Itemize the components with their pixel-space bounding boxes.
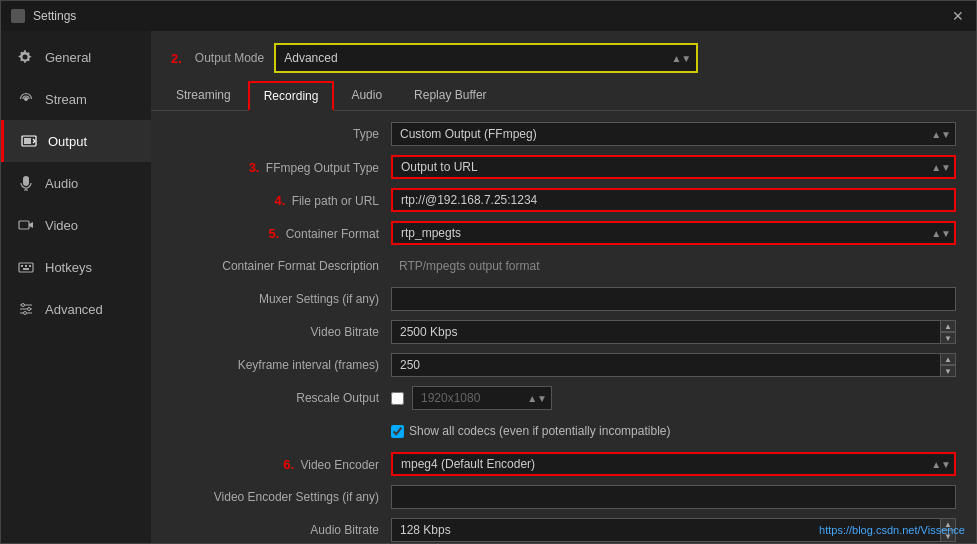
sidebar-item-audio[interactable]: Audio [1, 162, 151, 204]
output-mode-select-wrapper: Advanced Simple ▲▼ [274, 43, 698, 73]
keyframe-down-button[interactable]: ▼ [940, 365, 956, 377]
sidebar-item-advanced[interactable]: Advanced [1, 288, 151, 330]
step4-badge: 4. [274, 193, 285, 208]
settings-window: Settings ✕ General S [0, 0, 977, 544]
video-bitrate-input[interactable] [391, 320, 956, 344]
output-icon [20, 132, 38, 150]
window-title: Settings [33, 9, 76, 23]
muxer-label: Muxer Settings (if any) [171, 292, 391, 306]
output-mode-label: Output Mode [195, 51, 264, 65]
type-row: Type Custom Output (FFmpeg) ▲▼ [171, 119, 956, 149]
ffmpeg-output-type-row: 3. FFmpeg Output Type Output to URL Outp… [171, 152, 956, 182]
svg-rect-8 [23, 268, 29, 270]
ffmpeg-select-wrapper: Output to URL Output to File ▲▼ [391, 155, 956, 179]
svg-rect-5 [21, 265, 23, 267]
rescale-select[interactable]: 1920x1080 [412, 386, 552, 410]
tab-recording[interactable]: Recording [248, 81, 335, 111]
sidebar-item-video[interactable]: Video [1, 204, 151, 246]
svg-point-9 [22, 304, 25, 307]
type-label: Type [171, 127, 391, 141]
svg-point-11 [24, 312, 27, 315]
sidebar-item-general[interactable]: General [1, 36, 151, 78]
file-path-row: 4. File path or URL [171, 185, 956, 215]
keyframe-label: Keyframe interval (frames) [171, 358, 391, 372]
sidebar-item-stream[interactable]: Stream [1, 78, 151, 120]
tab-streaming[interactable]: Streaming [161, 81, 246, 110]
show-codecs-row: Show all codecs (even if potentially inc… [171, 416, 956, 446]
keyframe-row: Keyframe interval (frames) ▲ ▼ [171, 350, 956, 380]
audio-icon [17, 174, 35, 192]
svg-rect-2 [24, 138, 31, 144]
tabs-bar: Streaming Recording Audio Replay Buffer [151, 81, 976, 111]
video-enc-settings-input[interactable] [391, 485, 956, 509]
output-mode-row: 2. Output Mode Advanced Simple ▲▼ [151, 31, 976, 81]
app-icon [11, 9, 25, 23]
file-path-label: 4. File path or URL [171, 193, 391, 208]
step2-badge: 2. [171, 51, 182, 66]
output-mode-select[interactable]: Advanced Simple [276, 45, 696, 71]
container-format-select[interactable]: rtp_mpegts [391, 221, 956, 245]
video-encoder-select[interactable]: mpeg4 (Default Encoder) [391, 452, 956, 476]
tab-audio[interactable]: Audio [336, 81, 397, 110]
video-encoder-label: 6. Video Encoder [171, 457, 391, 472]
video-enc-settings-label: Video Encoder Settings (if any) [171, 490, 391, 504]
type-select[interactable]: Custom Output (FFmpeg) [391, 122, 956, 146]
sidebar-label-output: Output [48, 134, 87, 149]
show-codecs-label: Show all codecs (even if potentially inc… [409, 424, 670, 438]
svg-rect-4 [19, 263, 33, 272]
sidebar-label-advanced: Advanced [45, 302, 103, 317]
step3-badge: 3. [249, 160, 260, 175]
sidebar-label-stream: Stream [45, 92, 87, 107]
svg-point-0 [24, 97, 28, 101]
ffmpeg-output-type-select[interactable]: Output to URL Output to File [391, 155, 956, 179]
video-enc-settings-row: Video Encoder Settings (if any) [171, 482, 956, 512]
content-area: 2. Output Mode Advanced Simple ▲▼ Stream… [151, 31, 976, 543]
video-bitrate-down-button[interactable]: ▼ [940, 332, 956, 344]
sidebar-item-output[interactable]: Output [1, 120, 151, 162]
gear-icon [17, 48, 35, 66]
recording-form: Type Custom Output (FFmpeg) ▲▼ 3. [151, 111, 976, 543]
watermark: https://blog.csdn.net/Vissence [819, 524, 965, 536]
file-path-input-wrapper [391, 188, 956, 212]
container-format-label: 5. Container Format [171, 226, 391, 241]
video-encoder-row: 6. Video Encoder mpeg4 (Default Encoder)… [171, 449, 956, 479]
keyframe-input[interactable] [391, 353, 956, 377]
muxer-row: Muxer Settings (if any) [171, 284, 956, 314]
keyframe-up-button[interactable]: ▲ [940, 353, 956, 365]
step6-badge: 6. [283, 457, 294, 472]
svg-rect-6 [25, 265, 27, 267]
show-codecs-checkbox[interactable] [391, 425, 404, 438]
sidebar-label-hotkeys: Hotkeys [45, 260, 92, 275]
container-desc-row: Container Format Description RTP/mpegts … [171, 251, 956, 281]
container-format-row: 5. Container Format rtp_mpegts ▲▼ [171, 218, 956, 248]
ffmpeg-label: 3. FFmpeg Output Type [171, 160, 391, 175]
stream-icon [17, 90, 35, 108]
titlebar: Settings ✕ [1, 1, 976, 31]
sidebar-item-hotkeys[interactable]: Hotkeys [1, 246, 151, 288]
main-area: General Stream [1, 31, 976, 543]
rescale-checkbox[interactable] [391, 392, 404, 405]
sidebar: General Stream [1, 31, 151, 543]
video-bitrate-up-button[interactable]: ▲ [940, 320, 956, 332]
sidebar-label-general: General [45, 50, 91, 65]
container-desc-label: Container Format Description [171, 259, 391, 273]
muxer-input[interactable] [391, 287, 956, 311]
type-select-wrapper: Custom Output (FFmpeg) ▲▼ [391, 122, 956, 146]
video-bitrate-row: Video Bitrate ▲ ▼ [171, 317, 956, 347]
tab-replay-buffer[interactable]: Replay Buffer [399, 81, 502, 110]
close-button[interactable]: ✕ [952, 9, 966, 23]
sidebar-label-audio: Audio [45, 176, 78, 191]
hotkeys-icon [17, 258, 35, 276]
rescale-label: Rescale Output [171, 391, 391, 405]
sidebar-label-video: Video [45, 218, 78, 233]
audio-bitrate-label: Audio Bitrate [171, 523, 391, 537]
svg-rect-7 [29, 265, 31, 267]
video-icon [17, 216, 35, 234]
svg-rect-3 [19, 221, 29, 229]
video-bitrate-label: Video Bitrate [171, 325, 391, 339]
rescale-row: Rescale Output 1920x1080 ▲▼ [171, 383, 956, 413]
container-desc-value: RTP/mpegts output format [391, 256, 548, 276]
file-path-input[interactable] [391, 188, 956, 212]
container-format-select-wrapper: rtp_mpegts ▲▼ [391, 221, 956, 245]
advanced-icon [17, 300, 35, 318]
